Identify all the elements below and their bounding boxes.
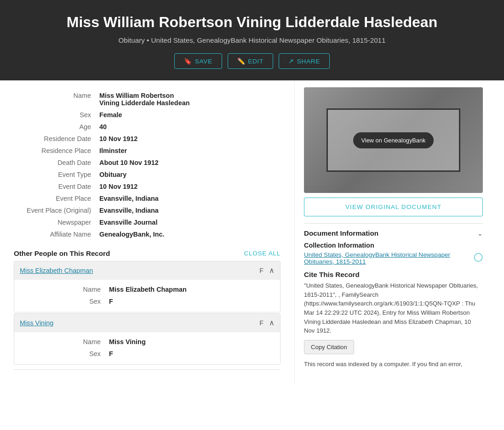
cite-text: "United States, GenealogyBank Historical…	[304, 281, 483, 335]
field-value: Ilminster	[97, 145, 281, 157]
chevron-up-icon: ∧	[269, 266, 275, 275]
field-label: Residence Date	[14, 133, 97, 145]
detail-value: F	[106, 348, 275, 360]
detail-value: F	[106, 295, 275, 307]
detail-value: Miss Vining	[106, 336, 275, 348]
copy-citation-button[interactable]: Copy Citation	[304, 340, 354, 354]
document-image: View on GenealogyBank	[304, 87, 483, 193]
field-value: GenealogyBank, Inc.	[97, 228, 281, 240]
field-label: Death Date	[14, 157, 97, 169]
indexed-text: This record was indexed by a computer. I…	[304, 360, 483, 369]
save-button[interactable]: 🔖 SAVE	[174, 53, 222, 69]
field-value: Miss William RobertsonVining Lidderdale …	[97, 90, 281, 109]
detail-label: Sex	[23, 348, 106, 360]
share-icon: ↗	[288, 57, 294, 65]
field-label: Event Type	[14, 169, 97, 181]
doc-info-header[interactable]: Document Information ⌄	[304, 229, 483, 237]
page-title: Miss William Robertson Vining Lidderdale…	[9, 14, 495, 31]
image-inner: View on GenealogyBank	[326, 108, 461, 172]
field-label: Sex	[14, 109, 97, 121]
field-value: Female	[97, 109, 281, 121]
detail-label: Name	[23, 336, 106, 348]
person-detail-row: SexF	[23, 348, 275, 360]
field-label: Event Place	[14, 192, 97, 204]
subtitle: Obituary • United States, GenealogyBank …	[9, 36, 495, 44]
other-people-title: Other People on This Record	[14, 249, 110, 257]
view-genealogybank-button[interactable]: View on GenealogyBank	[353, 132, 434, 148]
record-field-row: NameMiss William RobertsonVining Lidderd…	[14, 90, 281, 109]
edit-icon: ✏️	[237, 57, 246, 65]
main-content: NameMiss William RobertsonVining Lidderd…	[0, 80, 504, 384]
view-original-button[interactable]: VIEW ORIGINAL DOCUMENT	[304, 198, 483, 216]
field-label: Residence Place	[14, 145, 97, 157]
document-information: Document Information ⌄ Collection Inform…	[304, 223, 483, 374]
field-label: Newspaper	[14, 216, 97, 228]
record-field-row: Residence Date10 Nov 1912	[14, 133, 281, 145]
person-detail-row: NameMiss Elizabeth Chapman	[23, 283, 275, 295]
person-details: NameMiss ViningSexF	[14, 332, 280, 364]
compass-icon: ◯	[474, 252, 483, 262]
person-detail-row: NameMiss Vining	[23, 336, 275, 348]
record-field-row: Event TypeObituary	[14, 169, 281, 181]
collection-info: Collection Information United States, Ge…	[304, 242, 483, 265]
field-value: Obituary	[97, 169, 281, 181]
record-field-row: Event PlaceEvansville, Indiana	[14, 192, 281, 204]
collection-info-title: Collection Information	[304, 242, 483, 249]
field-label: Name	[14, 90, 97, 109]
record-field-row: Event Place (Original)Evansville, Indian…	[14, 204, 281, 216]
chevron-down-icon: ⌄	[477, 230, 483, 237]
detail-label: Sex	[23, 295, 106, 307]
field-label: Age	[14, 121, 97, 133]
person-name-link[interactable]: Miss Elizabeth Chapman	[20, 267, 259, 274]
other-people-header: Other People on This Record CLOSE ALL	[14, 249, 281, 257]
person-sex: F	[259, 319, 263, 327]
left-panel: NameMiss William RobertsonVining Lidderd…	[0, 80, 294, 384]
field-label: Affiliate Name	[14, 228, 97, 240]
person-details-table: NameMiss ViningSexF	[23, 336, 275, 360]
detail-label: Name	[23, 283, 106, 295]
doc-info-title: Document Information	[304, 229, 378, 237]
field-value: Evansville Journal	[97, 216, 281, 228]
person-row: Miss ViningF∧NameMiss ViningSexF	[14, 313, 281, 365]
field-value: 10 Nov 1912	[97, 133, 281, 145]
person-detail-row: SexF	[23, 295, 275, 307]
page-wrapper: Miss William Robertson Vining Lidderdale…	[0, 0, 504, 384]
record-field-row: Event Date10 Nov 1912	[14, 181, 281, 192]
close-all-button[interactable]: CLOSE ALL	[244, 250, 281, 257]
record-field-row: Age40	[14, 121, 281, 133]
field-label: Event Date	[14, 181, 97, 192]
person-row-header[interactable]: Miss Elizabeth ChapmanF∧	[14, 261, 280, 279]
field-value: Evansville, Indiana	[97, 204, 281, 216]
chevron-up-icon: ∧	[269, 318, 275, 327]
edit-button[interactable]: ✏️ EDIT	[228, 53, 273, 69]
record-field-row: Affiliate NameGenealogyBank, Inc.	[14, 228, 281, 240]
field-value: Evansville, Indiana	[97, 192, 281, 204]
right-panel: View on GenealogyBank VIEW ORIGINAL DOCU…	[294, 80, 492, 384]
field-value: 10 Nov 1912	[97, 181, 281, 192]
field-value: About 10 Nov 1912	[97, 157, 281, 169]
record-field-row: Death DateAbout 10 Nov 1912	[14, 157, 281, 169]
person-details-table: NameMiss Elizabeth ChapmanSexF	[23, 283, 275, 307]
person-row-header[interactable]: Miss ViningF∧	[14, 314, 280, 332]
record-fields: NameMiss William RobertsonVining Lidderd…	[14, 90, 281, 240]
cite-title: Cite This Record	[304, 271, 483, 278]
collection-link[interactable]: United States, GenealogyBank Historical …	[304, 251, 471, 265]
header: Miss William Robertson Vining Lidderdale…	[0, 0, 504, 80]
bookmark-icon: 🔖	[184, 57, 192, 65]
person-name-link[interactable]: Miss Vining	[20, 319, 259, 327]
record-field-row: NewspaperEvansville Journal	[14, 216, 281, 228]
other-people-list: Miss Elizabeth ChapmanF∧NameMiss Elizabe…	[14, 261, 281, 365]
field-value: 40	[97, 121, 281, 133]
person-sex: F	[259, 267, 263, 274]
person-details: NameMiss Elizabeth ChapmanSexF	[14, 279, 280, 312]
record-field-row: Residence PlaceIlminster	[14, 145, 281, 157]
header-actions: 🔖 SAVE ✏️ EDIT ↗ SHARE	[9, 53, 495, 69]
share-button[interactable]: ↗ SHARE	[279, 53, 330, 69]
detail-value: Miss Elizabeth Chapman	[106, 283, 275, 295]
field-label: Event Place (Original)	[14, 204, 97, 216]
collection-link-row: United States, GenealogyBank Historical …	[304, 251, 483, 265]
record-field-row: SexFemale	[14, 109, 281, 121]
person-row: Miss Elizabeth ChapmanF∧NameMiss Elizabe…	[14, 261, 281, 312]
